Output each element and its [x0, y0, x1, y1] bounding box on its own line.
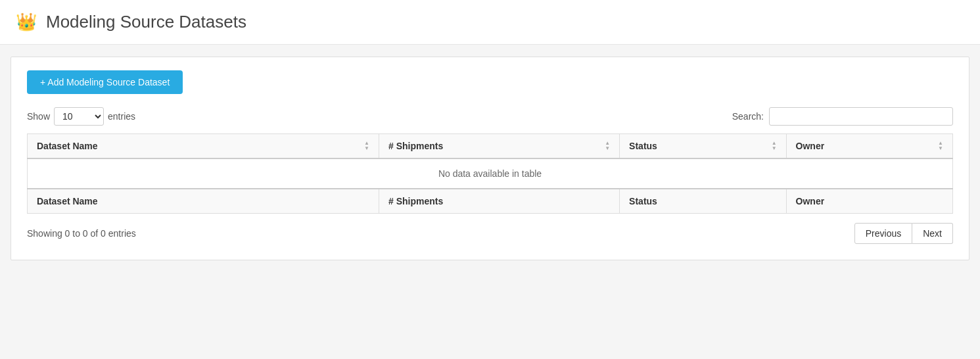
table-body: No data available in table [28, 158, 953, 189]
entries-label: entries [108, 111, 135, 122]
content-area: + Add Modeling Source Dataset Show 10 25… [11, 57, 969, 260]
col-header-status[interactable]: Status [620, 134, 786, 159]
data-table: Dataset Name # Shipments Status [27, 133, 953, 214]
no-data-row: No data available in table [28, 158, 953, 189]
col-header-owner[interactable]: Owner [786, 134, 952, 159]
page-header: 👑 Modeling Source Datasets [0, 0, 980, 45]
search-input[interactable] [769, 107, 953, 126]
show-entries-control: Show 10 25 50 100 entries [27, 107, 135, 126]
previous-button[interactable]: Previous [854, 223, 912, 244]
page-icon: 👑 [16, 12, 37, 32]
show-label: Show [27, 111, 50, 122]
col-header-shipments[interactable]: # Shipments [379, 134, 620, 159]
search-area: Search: [732, 107, 953, 126]
sort-icon-owner [938, 141, 943, 151]
table-footer-row: Dataset Name # Shipments Status Owner [28, 189, 953, 214]
next-button[interactable]: Next [912, 223, 953, 244]
table-controls: Show 10 25 50 100 entries Search: [27, 107, 953, 126]
entries-select[interactable]: 10 25 50 100 [54, 107, 104, 126]
search-label: Search: [732, 111, 764, 122]
footer-col-dataset-name: Dataset Name [28, 189, 379, 214]
col-header-dataset-name[interactable]: Dataset Name [28, 134, 379, 159]
page-title: Modeling Source Datasets [46, 12, 246, 32]
sort-icon-shipments [605, 141, 610, 151]
header-row: Dataset Name # Shipments Status [28, 134, 953, 159]
no-data-message: No data available in table [28, 158, 953, 189]
footer-row: Dataset Name # Shipments Status Owner [28, 189, 953, 214]
footer-col-owner: Owner [786, 189, 952, 214]
footer-col-shipments: # Shipments [379, 189, 620, 214]
sort-icon-dataset [364, 141, 369, 151]
add-dataset-button[interactable]: + Add Modeling Source Dataset [27, 70, 183, 94]
showing-entries-text: Showing 0 to 0 of 0 entries [27, 228, 136, 239]
sort-icon-status [772, 141, 777, 151]
table-footer: Showing 0 to 0 of 0 entries Previous Nex… [27, 223, 953, 244]
pagination: Previous Next [854, 223, 953, 244]
table-header: Dataset Name # Shipments Status [28, 134, 953, 159]
footer-col-status: Status [620, 189, 786, 214]
